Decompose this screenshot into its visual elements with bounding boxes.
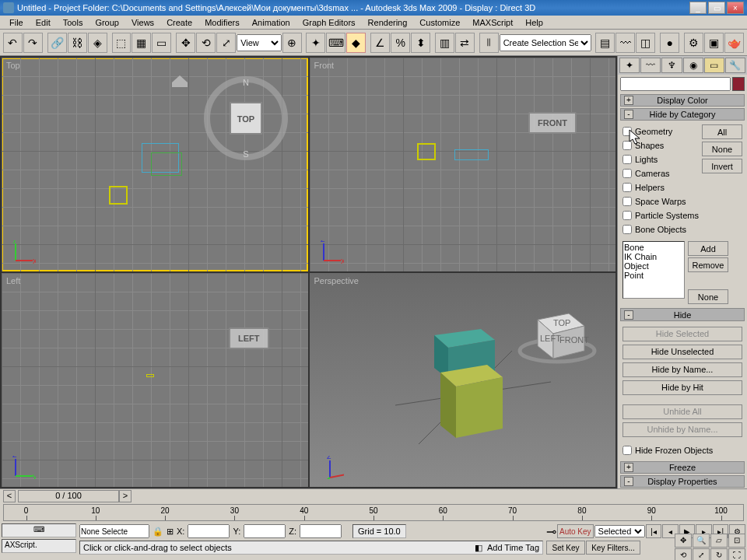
- pivot-button[interactable]: ⊕: [282, 33, 302, 53]
- btn-none[interactable]: None: [702, 142, 742, 156]
- bind-button[interactable]: ◈: [88, 33, 107, 53]
- chk-space-warps[interactable]: [622, 197, 632, 206]
- select-name-button[interactable]: ▦: [132, 33, 151, 53]
- timeslider-prev[interactable]: <: [3, 490, 16, 502]
- btn-remove[interactable]: Remove: [688, 257, 728, 272]
- chk-particle-systems[interactable]: [622, 211, 632, 220]
- btn-unhide-all[interactable]: Unhide All: [622, 404, 742, 419]
- close-button[interactable]: ×: [727, 2, 744, 14]
- coord-toggle-icon[interactable]: ⊞: [167, 527, 174, 537]
- btn-none-2[interactable]: None: [688, 289, 728, 304]
- rollup-hide-by-category[interactable]: -Hide by Category: [620, 108, 745, 121]
- tab-create[interactable]: ✦: [619, 58, 640, 73]
- time-tag-icon[interactable]: ◧: [475, 543, 482, 553]
- timeslider[interactable]: 0 / 100: [18, 490, 119, 502]
- minimize-button[interactable]: _: [689, 2, 707, 14]
- btn-add[interactable]: Add: [688, 241, 728, 256]
- btn-all[interactable]: All: [702, 124, 742, 139]
- mirror-button[interactable]: ⇄: [455, 33, 475, 53]
- nav-zoom-button[interactable]: 🔍: [693, 534, 710, 548]
- tab-utilities[interactable]: 🔧: [725, 58, 745, 73]
- time-ruler[interactable]: 0102030405060708090100: [3, 504, 744, 521]
- menu-rendering[interactable]: Rendering: [362, 16, 414, 29]
- curve-editor-button[interactable]: 〰: [615, 33, 635, 53]
- nav-pan-button[interactable]: ✥: [675, 534, 692, 548]
- viewport-front[interactable]: Front FRONT zx: [310, 58, 616, 271]
- viewcube-left[interactable]: LEFT: [229, 327, 269, 349]
- lock-icon[interactable]: 🔒: [153, 527, 163, 537]
- spinner-snap-button[interactable]: ⬍: [411, 33, 430, 53]
- scale-button[interactable]: ⤢: [216, 33, 236, 53]
- keyboard-button[interactable]: ⌨: [326, 33, 345, 53]
- btn-unhide-by-name[interactable]: Unhide by Name...: [622, 422, 742, 437]
- menu-create[interactable]: Create: [160, 16, 198, 29]
- coord-x-input[interactable]: [188, 524, 230, 538]
- btn-hide-selected[interactable]: Hide Selected: [622, 327, 742, 341]
- add-time-tag[interactable]: Add Time Tag: [487, 543, 539, 552]
- rollup-display-color[interactable]: +Display Color: [620, 94, 745, 107]
- link-button[interactable]: 🔗: [47, 33, 67, 53]
- selection-lock-field[interactable]: [79, 524, 149, 538]
- viewport-left[interactable]: Left LEFT zy: [2, 273, 308, 487]
- layer-button[interactable]: ▤: [595, 33, 615, 53]
- coord-y-input[interactable]: [244, 524, 286, 538]
- select-button[interactable]: ⬚: [112, 33, 132, 53]
- key-mode-icon[interactable]: ⊸: [546, 524, 556, 539]
- nav-roll-button[interactable]: ↻: [710, 548, 728, 561]
- menu-file[interactable]: File: [3, 16, 30, 29]
- category-listbox[interactable]: Bone IK Chain Object Point: [622, 241, 685, 299]
- btn-hide-by-hit[interactable]: Hide by Hit: [622, 380, 742, 395]
- angle-snap-button[interactable]: ∠: [370, 33, 390, 53]
- tab-modify[interactable]: 〰: [640, 58, 661, 73]
- menu-edit[interactable]: Edit: [30, 16, 57, 29]
- snap-toggle-button[interactable]: ◆: [346, 33, 366, 53]
- btn-invert[interactable]: Invert: [702, 159, 742, 173]
- key-filters-button[interactable]: Key Filters...: [586, 541, 640, 555]
- nav-maximize-button[interactable]: ⛶: [728, 548, 745, 561]
- quick-render-button[interactable]: 🫖: [724, 33, 744, 53]
- rollup-display-properties[interactable]: -Display Properties: [620, 475, 745, 488]
- schematic-button[interactable]: ◫: [636, 33, 655, 53]
- ref-coord-dropdown[interactable]: View: [237, 34, 282, 51]
- auto-key-button[interactable]: Auto Key: [557, 524, 594, 538]
- menu-group[interactable]: Group: [89, 16, 125, 29]
- percent-snap-button[interactable]: %: [391, 33, 410, 53]
- chk-hide-frozen[interactable]: [622, 446, 632, 455]
- goto-start-button[interactable]: |◂: [646, 524, 662, 538]
- menu-animation[interactable]: Animation: [246, 16, 296, 29]
- move-button[interactable]: ✥: [176, 33, 195, 53]
- timeslider-next[interactable]: >: [119, 490, 132, 502]
- tab-hierarchy[interactable]: ♆: [661, 58, 682, 73]
- undo-button[interactable]: ↶: [3, 33, 23, 53]
- coord-z-input[interactable]: [300, 524, 342, 538]
- tab-display[interactable]: ▭: [704, 58, 724, 73]
- select-rect-button[interactable]: ▭: [152, 33, 171, 53]
- menu-help[interactable]: Help: [519, 16, 549, 29]
- rollup-freeze[interactable]: +Freeze: [620, 461, 745, 474]
- named-sel-button[interactable]: ▥: [435, 33, 454, 53]
- chk-lights[interactable]: [622, 155, 632, 164]
- rollup-hide[interactable]: -Hide: [620, 308, 745, 320]
- selection-set-dropdown[interactable]: Create Selection Set: [500, 34, 591, 51]
- chk-helpers[interactable]: [622, 183, 632, 192]
- nav-orbit-button[interactable]: ⟲: [675, 548, 692, 561]
- viewport-perspective[interactable]: Perspective TOP LEFT FRONT: [310, 273, 616, 487]
- nav-fov-button[interactable]: ▱: [710, 534, 728, 548]
- viewcube-front[interactable]: FRONT: [528, 112, 577, 134]
- script-mini-listener[interactable]: AXScript.: [2, 539, 76, 553]
- set-key-button[interactable]: Set Key: [546, 541, 585, 555]
- menu-views[interactable]: Views: [125, 16, 160, 29]
- menu-maxscript[interactable]: MAXScript: [466, 16, 519, 29]
- btn-hide-unselected[interactable]: Hide Unselected: [622, 345, 742, 359]
- btn-hide-by-name[interactable]: Hide by Name...: [622, 362, 742, 377]
- material-button[interactable]: ●: [660, 33, 679, 53]
- menu-graph-editors[interactable]: Graph Editors: [296, 16, 362, 29]
- key-filter-dropdown[interactable]: Selected: [594, 525, 645, 537]
- chk-bone-objects[interactable]: [622, 225, 632, 234]
- object-name-field[interactable]: [620, 77, 731, 91]
- menu-modifiers[interactable]: Modifiers: [198, 16, 246, 29]
- manipulate-button[interactable]: ✦: [306, 33, 325, 53]
- viewcube-top[interactable]: TOP N S: [199, 72, 293, 166]
- menu-customize[interactable]: Customize: [413, 16, 466, 29]
- chk-cameras[interactable]: [622, 169, 632, 178]
